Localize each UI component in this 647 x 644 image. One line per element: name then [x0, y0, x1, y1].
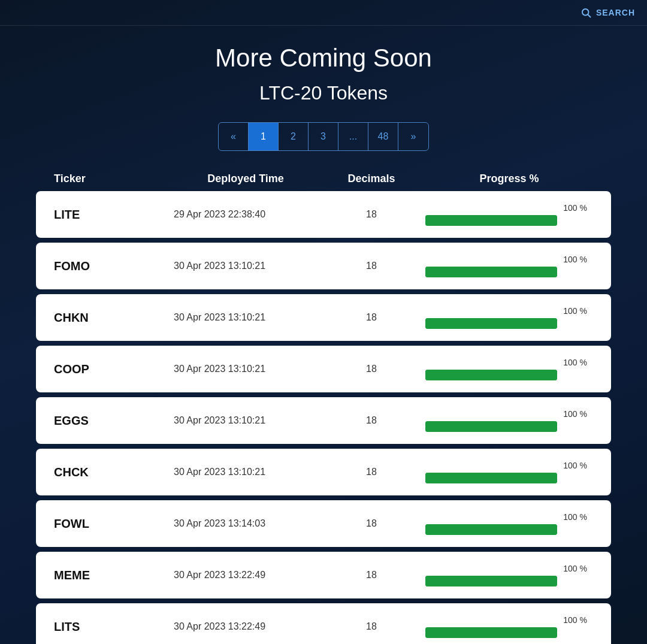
progress-label: 100 % [563, 306, 587, 316]
token-date: 30 Apr 2023 13:22:49 [174, 570, 318, 580]
token-date: 30 Apr 2023 13:22:49 [174, 621, 318, 632]
page-ellipsis-button[interactable]: ... [338, 123, 368, 150]
table-row[interactable]: CHKN 30 Apr 2023 13:10:21 18 100 % [36, 294, 611, 341]
page-3-button[interactable]: 3 [309, 123, 338, 150]
progress-bar-fill [425, 215, 557, 226]
progress-bar-container [425, 576, 557, 586]
token-progress: 100 % [425, 203, 593, 226]
progress-bar-fill [425, 473, 557, 483]
header-decimals: Decimals [318, 173, 425, 185]
header-deployed-time: Deployed Time [174, 173, 318, 185]
token-date: 30 Apr 2023 13:14:03 [174, 518, 318, 529]
token-date: 30 Apr 2023 13:10:21 [174, 261, 318, 271]
pagination-container: « 1 2 3 ... 48 » [218, 122, 429, 151]
search-icon [581, 7, 591, 18]
token-decimals: 18 [318, 312, 425, 323]
page-title: More Coming Soon [36, 44, 611, 72]
token-progress: 100 % [425, 461, 593, 483]
token-decimals: 18 [318, 415, 425, 426]
token-ticker: COOP [54, 362, 174, 376]
token-progress: 100 % [425, 512, 593, 535]
page-48-button[interactable]: 48 [368, 123, 398, 150]
table-row[interactable]: COOP 30 Apr 2023 13:10:21 18 100 % [36, 346, 611, 392]
token-decimals: 18 [318, 621, 425, 632]
page-prev-button[interactable]: « [219, 123, 249, 150]
progress-label: 100 % [563, 512, 587, 522]
token-decimals: 18 [318, 209, 425, 220]
token-ticker: LITE [54, 208, 174, 222]
pagination: « 1 2 3 ... 48 » [36, 122, 611, 151]
token-ticker: EGGS [54, 414, 174, 428]
progress-bar-fill [425, 267, 557, 277]
progress-label: 100 % [563, 615, 587, 625]
table-row[interactable]: FOMO 30 Apr 2023 13:10:21 18 100 % [36, 243, 611, 289]
main-content: More Coming Soon LTC-20 Tokens « 1 2 3 .… [0, 26, 647, 644]
progress-bar-container [425, 524, 557, 535]
token-ticker: FOMO [54, 259, 174, 273]
table-row[interactable]: MEME 30 Apr 2023 13:22:49 18 100 % [36, 552, 611, 598]
search-area[interactable]: SEARCH [581, 7, 635, 18]
progress-bar-fill [425, 318, 557, 329]
progress-bar-container [425, 370, 557, 380]
table-row[interactable]: EGGS 30 Apr 2023 13:10:21 18 100 % [36, 397, 611, 444]
progress-bar-fill [425, 421, 557, 432]
page-1-button[interactable]: 1 [249, 123, 279, 150]
progress-label: 100 % [563, 461, 587, 470]
token-decimals: 18 [318, 570, 425, 580]
progress-bar-container [425, 318, 557, 329]
top-bar: SEARCH [0, 0, 647, 26]
token-progress: 100 % [425, 409, 593, 432]
token-decimals: 18 [318, 467, 425, 477]
token-ticker: MEME [54, 569, 174, 582]
token-ticker: LITS [54, 620, 174, 634]
progress-bar-container [425, 473, 557, 483]
token-table: LITE 29 Apr 2023 22:38:40 18 100 % FOMO … [36, 191, 611, 644]
page-2-button[interactable]: 2 [279, 123, 309, 150]
token-decimals: 18 [318, 364, 425, 374]
token-ticker: CHKN [54, 311, 174, 325]
token-date: 29 Apr 2023 22:38:40 [174, 209, 318, 220]
progress-label: 100 % [563, 358, 587, 367]
token-ticker: FOWL [54, 517, 174, 531]
progress-bar-container [425, 267, 557, 277]
progress-bar-fill [425, 576, 557, 586]
header-ticker: Ticker [54, 173, 174, 185]
header-progress: Progress % [425, 173, 593, 185]
progress-bar-container [425, 421, 557, 432]
progress-bar-container [425, 215, 557, 226]
progress-bar-fill [425, 524, 557, 535]
token-progress: 100 % [425, 306, 593, 329]
search-label: SEARCH [596, 8, 635, 17]
token-date: 30 Apr 2023 13:10:21 [174, 312, 318, 323]
svg-line-1 [588, 14, 590, 17]
subtitle: LTC-20 Tokens [36, 82, 611, 104]
page-next-button[interactable]: » [398, 123, 428, 150]
token-date: 30 Apr 2023 13:10:21 [174, 364, 318, 374]
token-decimals: 18 [318, 518, 425, 529]
progress-label: 100 % [563, 409, 587, 419]
token-progress: 100 % [425, 255, 593, 277]
progress-label: 100 % [563, 255, 587, 264]
table-row[interactable]: FOWL 30 Apr 2023 13:14:03 18 100 % [36, 500, 611, 547]
token-decimals: 18 [318, 261, 425, 271]
progress-bar-fill [425, 627, 557, 638]
token-date: 30 Apr 2023 13:10:21 [174, 415, 318, 426]
progress-bar-fill [425, 370, 557, 380]
token-progress: 100 % [425, 358, 593, 380]
progress-bar-container [425, 627, 557, 638]
token-date: 30 Apr 2023 13:10:21 [174, 467, 318, 477]
table-row[interactable]: LITS 30 Apr 2023 13:22:49 18 100 % [36, 603, 611, 644]
table-row[interactable]: CHCK 30 Apr 2023 13:10:21 18 100 % [36, 449, 611, 495]
token-progress: 100 % [425, 615, 593, 638]
progress-label: 100 % [563, 564, 587, 573]
token-ticker: CHCK [54, 465, 174, 479]
token-progress: 100 % [425, 564, 593, 586]
table-header: Ticker Deployed Time Decimals Progress % [36, 173, 611, 185]
table-row[interactable]: LITE 29 Apr 2023 22:38:40 18 100 % [36, 191, 611, 238]
progress-label: 100 % [563, 203, 587, 213]
